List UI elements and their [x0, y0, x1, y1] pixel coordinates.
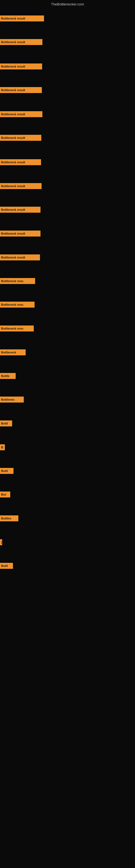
bottleneck-bar: Bottl [0, 421, 12, 426]
bottleneck-bar: Bottleneck result [0, 207, 41, 213]
site-title: TheBottlenecker.com [51, 2, 84, 6]
bottleneck-bar: Bot [0, 492, 10, 497]
bottleneck-bar: Bottleneck result [0, 135, 41, 141]
bottleneck-bar: Bottleneck resu [0, 278, 35, 284]
bottleneck-bar: | [0, 539, 2, 545]
bottleneck-bar: Bottleneck result [0, 159, 41, 165]
bottleneck-bar: Bottleneck result [0, 230, 41, 237]
bottleneck-bar: Bottleneck result [0, 254, 40, 260]
bottleneck-bar: Bottleneck result [0, 111, 42, 117]
bottleneck-bar: Bottl [0, 468, 13, 474]
bottleneck-bar: Bottleneck result [0, 63, 42, 69]
bottleneck-bar: Bottleneck resu [0, 326, 34, 332]
bottleneck-bar: Bottl [0, 563, 13, 569]
bottleneck-bar: Bottleneck [0, 349, 26, 355]
bottleneck-bar: Bottleneck result [0, 87, 42, 93]
bottleneck-bar: Bottlen [0, 516, 18, 521]
bottleneck-bar: Bottleneck result [0, 39, 42, 45]
bottleneck-bar: Bottle [0, 373, 16, 379]
bottleneck-bar: Bottlenec [0, 397, 24, 403]
bottleneck-bar: Bottleneck result [0, 183, 42, 189]
bottleneck-bar: Bottleneck result [0, 16, 44, 22]
bottleneck-bar: Bottleneck resu [0, 302, 35, 308]
bottleneck-bar: B [0, 444, 5, 450]
